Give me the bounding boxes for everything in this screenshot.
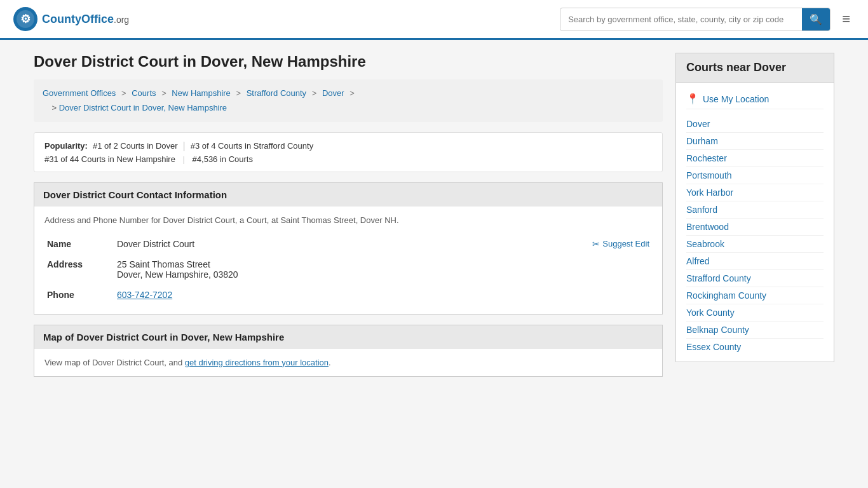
list-item: Dover [686, 116, 824, 133]
breadcrumb-link-current[interactable]: Dover District Court in Dover, New Hamps… [59, 103, 227, 112]
driving-directions-link[interactable]: get driving directions from your locatio… [185, 358, 329, 367]
header-right: 🔍 ≡ [560, 8, 855, 31]
sidebar-header: Courts near Dover [675, 53, 834, 83]
breadcrumb-link-strafford[interactable]: Strafford County [247, 88, 306, 98]
contact-section: Dover District Court Contact Information… [34, 182, 663, 315]
sidebar-link-rochester[interactable]: Rochester [686, 153, 727, 163]
list-item: Rochester [686, 150, 824, 167]
list-item: Portsmouth [686, 167, 824, 184]
content-area: Dover District Court in Dover, New Hamps… [34, 53, 663, 387]
logo-text: CountyOffice.org [42, 13, 129, 26]
search-button[interactable]: 🔍 [802, 8, 830, 30]
map-section-header: Map of Dover District Court in Dover, Ne… [34, 325, 663, 349]
logo-area: ⚙ CountyOffice.org [13, 6, 129, 32]
breadcrumb-link-dover[interactable]: Dover [322, 88, 344, 98]
list-item: Seabrook [686, 236, 824, 253]
list-item: Essex County [686, 339, 824, 355]
list-item: Brentwood [686, 219, 824, 236]
sidebar-link-portsmouth[interactable]: Portsmouth [686, 170, 732, 180]
list-item: Belknap County [686, 322, 824, 339]
list-item: Strafford County [686, 270, 824, 287]
page-title: Dover District Court in Dover, New Hamps… [34, 53, 663, 71]
suggest-edit-icon: ✂ [592, 239, 600, 249]
map-description: View map of Dover District Court, and ge… [44, 358, 652, 367]
sidebar-link-strafford-county[interactable]: Strafford County [686, 273, 751, 283]
search-bar: 🔍 [560, 8, 831, 31]
sidebar-link-brentwood[interactable]: Brentwood [686, 222, 729, 232]
list-item: York Harbor [686, 184, 824, 201]
list-item: Alfred [686, 253, 824, 270]
list-item: York County [686, 304, 824, 322]
address-row: Address 25 Saint Thomas Street Dover, Ne… [44, 254, 652, 285]
breadcrumb: Government Offices > Courts > New Hampsh… [34, 79, 663, 122]
svg-text:⚙: ⚙ [20, 13, 31, 25]
popularity-label: Popularity: [44, 141, 88, 151]
sidebar-link-dover[interactable]: Dover [686, 119, 710, 129]
address-value: 25 Saint Thomas Street Dover, New Hampsh… [114, 254, 652, 285]
sidebar-body: 📍 Use My Location Dover Durham Rochester… [675, 83, 834, 362]
logo-icon: ⚙ [13, 6, 38, 32]
popularity-stat4: #4,536 in Courts [193, 154, 253, 164]
sidebar-link-rockingham-county[interactable]: Rockingham County [686, 290, 766, 301]
search-input[interactable] [560, 10, 802, 29]
menu-button[interactable]: ≡ [837, 8, 855, 30]
phone-row: Phone 603-742-7202 [44, 285, 652, 305]
contact-section-header: Dover District Court Contact Information [34, 182, 663, 207]
use-my-location-link[interactable]: Use My Location [703, 94, 769, 104]
location-pin-icon: 📍 [686, 93, 699, 105]
contact-info-table: Name Dover District Court ✂ Suggest Edit… [44, 234, 652, 305]
popularity-row: Popularity: #1 of 2 Courts in Dover | #3… [44, 140, 652, 152]
sidebar: Courts near Dover 📍 Use My Location Dove… [675, 53, 834, 387]
sidebar-link-durham[interactable]: Durham [686, 136, 718, 146]
name-row: Name Dover District Court ✂ Suggest Edit [44, 234, 652, 254]
breadcrumb-link-nh[interactable]: New Hampshire [172, 88, 230, 98]
sidebar-link-belknap-county[interactable]: Belknap County [686, 325, 749, 335]
sidebar-link-seabrook[interactable]: Seabrook [686, 239, 724, 249]
sidebar-link-york-harbor[interactable]: York Harbor [686, 187, 733, 198]
sidebar-link-essex-county[interactable]: Essex County [686, 342, 741, 352]
map-section: Map of Dover District Court in Dover, Ne… [34, 325, 663, 377]
popularity-bar: Popularity: #1 of 2 Courts in Dover | #3… [34, 132, 663, 172]
name-label: Name [44, 234, 114, 254]
main-container: Dover District Court in Dover, New Hamps… [21, 40, 847, 400]
phone-value: 603-742-7202 [114, 285, 652, 305]
breadcrumb-current: > [43, 103, 59, 112]
phone-label: Phone [44, 285, 114, 305]
list-item: Durham [686, 133, 824, 150]
name-value: Dover District Court ✂ Suggest Edit [114, 234, 652, 254]
sidebar-link-york-county[interactable]: York County [686, 308, 735, 318]
popularity-stat3: #31 of 44 Courts in New Hampshire [44, 154, 175, 164]
map-section-body: View map of Dover District Court, and ge… [34, 349, 663, 377]
list-item: Sanford [686, 201, 824, 219]
sidebar-links-list: Dover Durham Rochester Portsmouth York H… [686, 116, 824, 355]
list-item: Rockingham County [686, 287, 824, 304]
phone-link[interactable]: 603-742-7202 [117, 290, 172, 300]
contact-description: Address and Phone Number for Dover Distr… [44, 215, 652, 225]
contact-section-body: Address and Phone Number for Dover Distr… [34, 207, 663, 315]
sidebar-link-alfred[interactable]: Alfred [686, 256, 710, 266]
sidebar-link-sanford[interactable]: Sanford [686, 205, 717, 215]
breadcrumb-link-courts[interactable]: Courts [132, 88, 156, 98]
popularity-stat1: #1 of 2 Courts in Dover [93, 141, 178, 151]
suggest-edit-link[interactable]: ✂ Suggest Edit [592, 239, 649, 249]
popularity-stat2: #3 of 4 Courts in Strafford County [191, 141, 313, 151]
use-location-row: 📍 Use My Location [686, 89, 824, 109]
address-label: Address [44, 254, 114, 285]
breadcrumb-link-gov-offices[interactable]: Government Offices [43, 88, 116, 98]
site-header: ⚙ CountyOffice.org 🔍 ≡ [0, 0, 868, 40]
